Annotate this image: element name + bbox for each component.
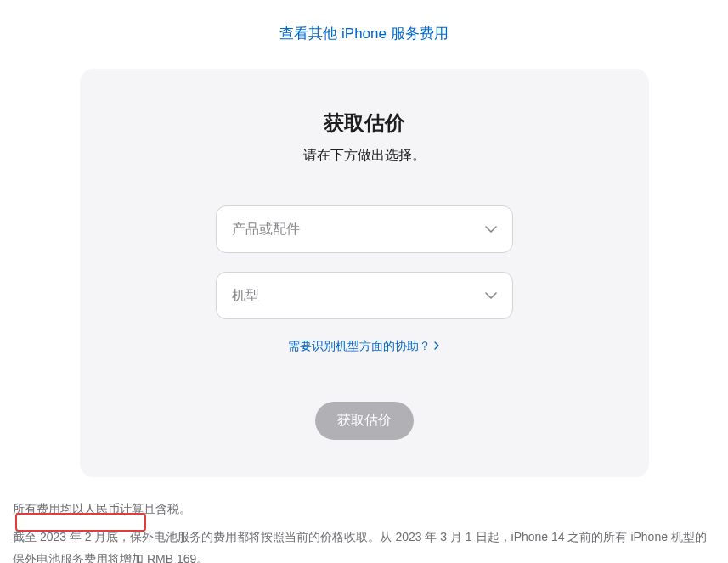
footer-disclaimer: 所有费用均以人民币计算且含税。 截至 2023 年 2 月底，保外电池服务的费用… [13, 498, 715, 563]
chevron-down-icon [485, 292, 497, 299]
help-link-label: 需要识别机型方面的协助？ [288, 339, 431, 354]
identify-model-help-link[interactable]: 需要识别机型方面的协助？ [288, 339, 440, 354]
estimate-card: 获取估价 请在下方做出选择。 产品或配件 机型 需要识别机型方面的协助？ 获取估… [80, 69, 649, 477]
card-subtitle: 请在下方做出选择。 [114, 147, 615, 165]
disclaimer-line-2: 截至 2023 年 2 月底，保外电池服务的费用都将按照当前的价格收取。从 20… [13, 526, 715, 563]
card-title: 获取估价 [114, 110, 615, 137]
select-model[interactable]: 机型 [216, 272, 513, 319]
select-product[interactable]: 产品或配件 [216, 205, 513, 253]
disclaimer-line-1: 所有费用均以人民币计算且含税。 [13, 498, 715, 521]
select-model-row: 机型 [114, 272, 615, 319]
top-link-row: 查看其他 iPhone 服务费用 [0, 0, 728, 59]
help-link-row: 需要识别机型方面的协助？ [114, 338, 615, 354]
other-service-link[interactable]: 查看其他 iPhone 服务费用 [279, 25, 448, 42]
select-product-placeholder: 产品或配件 [232, 221, 300, 239]
chevron-down-icon [485, 226, 497, 233]
submit-row: 获取估价 [114, 402, 615, 440]
select-product-row: 产品或配件 [114, 205, 615, 253]
get-estimate-button[interactable]: 获取估价 [315, 402, 414, 440]
select-model-placeholder: 机型 [232, 287, 259, 305]
chevron-right-icon [434, 341, 440, 352]
